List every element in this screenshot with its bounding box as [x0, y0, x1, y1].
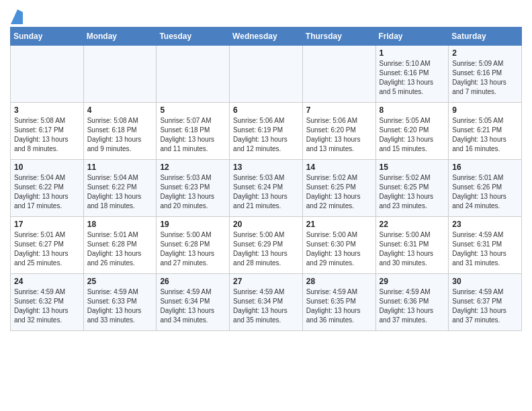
calendar-cell: 28Sunrise: 4:59 AM Sunset: 6:35 PM Dayli… — [302, 274, 375, 331]
calendar-cell: 3Sunrise: 5:08 AM Sunset: 6:17 PM Daylig… — [11, 103, 84, 160]
day-number: 23 — [452, 220, 518, 229]
svg-marker-0 — [11, 9, 23, 24]
calendar-cell: 30Sunrise: 4:59 AM Sunset: 6:37 PM Dayli… — [449, 274, 522, 331]
calendar-cell: 13Sunrise: 5:03 AM Sunset: 6:24 PM Dayli… — [230, 160, 303, 217]
day-info: Sunrise: 5:00 AM Sunset: 6:30 PM Dayligh… — [306, 230, 372, 268]
logo — [10, 7, 24, 21]
day-info: Sunrise: 5:01 AM Sunset: 6:26 PM Dayligh… — [452, 173, 518, 211]
day-number: 26 — [160, 277, 226, 286]
day-number: 21 — [306, 220, 372, 229]
day-number: 10 — [14, 163, 80, 172]
calendar-cell: 19Sunrise: 5:00 AM Sunset: 6:28 PM Dayli… — [157, 217, 230, 274]
day-info: Sunrise: 5:02 AM Sunset: 6:25 PM Dayligh… — [306, 173, 372, 211]
day-info: Sunrise: 5:03 AM Sunset: 6:23 PM Dayligh… — [160, 173, 226, 211]
day-number: 27 — [233, 277, 299, 286]
calendar-cell: 6Sunrise: 5:06 AM Sunset: 6:19 PM Daylig… — [230, 103, 303, 160]
calendar-cell: 9Sunrise: 5:05 AM Sunset: 6:21 PM Daylig… — [449, 103, 522, 160]
day-info: Sunrise: 5:08 AM Sunset: 6:17 PM Dayligh… — [14, 116, 80, 154]
calendar-cell — [157, 46, 230, 103]
day-number: 5 — [160, 105, 226, 115]
day-number: 3 — [14, 105, 80, 115]
calendar-cell: 1Sunrise: 5:10 AM Sunset: 6:16 PM Daylig… — [375, 46, 449, 103]
calendar-cell: 10Sunrise: 5:04 AM Sunset: 6:22 PM Dayli… — [11, 160, 84, 217]
day-info: Sunrise: 4:59 AM Sunset: 6:33 PM Dayligh… — [87, 287, 153, 325]
calendar-header-row: SundayMondayTuesdayWednesdayThursdayFrid… — [11, 28, 522, 46]
calendar-cell: 4Sunrise: 5:08 AM Sunset: 6:18 PM Daylig… — [83, 103, 157, 160]
day-number: 6 — [233, 105, 299, 115]
day-number: 8 — [380, 105, 445, 115]
calendar-cell: 20Sunrise: 5:00 AM Sunset: 6:29 PM Dayli… — [230, 217, 303, 274]
calendar-cell: 14Sunrise: 5:02 AM Sunset: 6:25 PM Dayli… — [302, 160, 375, 217]
day-number: 17 — [14, 220, 80, 229]
day-number: 18 — [87, 220, 153, 229]
day-number: 30 — [452, 277, 518, 286]
day-number: 13 — [233, 163, 299, 172]
day-number: 4 — [87, 105, 153, 115]
calendar-cell — [11, 46, 84, 103]
day-info: Sunrise: 5:10 AM Sunset: 6:16 PM Dayligh… — [380, 59, 445, 97]
calendar-week-3: 10Sunrise: 5:04 AM Sunset: 6:22 PM Dayli… — [11, 160, 522, 217]
day-number: 24 — [14, 277, 80, 286]
day-number: 19 — [160, 220, 226, 229]
calendar-header-monday: Monday — [83, 28, 157, 46]
calendar-cell: 12Sunrise: 5:03 AM Sunset: 6:23 PM Dayli… — [157, 160, 230, 217]
day-number: 11 — [87, 163, 153, 172]
calendar-cell: 26Sunrise: 4:59 AM Sunset: 6:34 PM Dayli… — [157, 274, 230, 331]
calendar-cell: 29Sunrise: 4:59 AM Sunset: 6:36 PM Dayli… — [375, 274, 449, 331]
day-info: Sunrise: 5:00 AM Sunset: 6:28 PM Dayligh… — [160, 230, 226, 268]
calendar-header-saturday: Saturday — [449, 28, 522, 46]
calendar-week-5: 24Sunrise: 4:59 AM Sunset: 6:32 PM Dayli… — [11, 274, 522, 331]
day-number: 25 — [87, 277, 153, 286]
day-number: 2 — [452, 48, 518, 58]
calendar-cell: 16Sunrise: 5:01 AM Sunset: 6:26 PM Dayli… — [449, 160, 522, 217]
page-header — [10, 7, 522, 21]
day-info: Sunrise: 4:59 AM Sunset: 6:34 PM Dayligh… — [160, 287, 226, 325]
calendar-week-2: 3Sunrise: 5:08 AM Sunset: 6:17 PM Daylig… — [11, 103, 522, 160]
calendar-cell: 5Sunrise: 5:07 AM Sunset: 6:18 PM Daylig… — [157, 103, 230, 160]
calendar-cell: 15Sunrise: 5:02 AM Sunset: 6:25 PM Dayli… — [375, 160, 449, 217]
day-number: 9 — [452, 105, 518, 115]
calendar-header-tuesday: Tuesday — [157, 28, 230, 46]
calendar-week-1: 1Sunrise: 5:10 AM Sunset: 6:16 PM Daylig… — [11, 46, 522, 103]
day-number: 14 — [306, 163, 372, 172]
calendar-table: SundayMondayTuesdayWednesdayThursdayFrid… — [10, 27, 522, 331]
day-number: 16 — [452, 163, 518, 172]
day-number: 20 — [233, 220, 299, 229]
day-number: 12 — [160, 163, 226, 172]
day-info: Sunrise: 5:08 AM Sunset: 6:18 PM Dayligh… — [87, 116, 153, 154]
calendar-cell: 21Sunrise: 5:00 AM Sunset: 6:30 PM Dayli… — [302, 217, 375, 274]
calendar-header-sunday: Sunday — [11, 28, 84, 46]
day-info: Sunrise: 5:05 AM Sunset: 6:21 PM Dayligh… — [452, 116, 518, 154]
day-info: Sunrise: 5:06 AM Sunset: 6:20 PM Dayligh… — [306, 116, 372, 154]
calendar-cell — [302, 46, 375, 103]
calendar-cell: 25Sunrise: 4:59 AM Sunset: 6:33 PM Dayli… — [83, 274, 157, 331]
day-info: Sunrise: 5:00 AM Sunset: 6:29 PM Dayligh… — [233, 230, 299, 268]
calendar-cell: 17Sunrise: 5:01 AM Sunset: 6:27 PM Dayli… — [11, 217, 84, 274]
day-info: Sunrise: 5:06 AM Sunset: 6:19 PM Dayligh… — [233, 116, 299, 154]
day-info: Sunrise: 4:59 AM Sunset: 6:31 PM Dayligh… — [452, 230, 518, 268]
calendar-cell — [230, 46, 303, 103]
calendar-cell: 2Sunrise: 5:09 AM Sunset: 6:16 PM Daylig… — [449, 46, 522, 103]
day-info: Sunrise: 5:03 AM Sunset: 6:24 PM Dayligh… — [233, 173, 299, 211]
calendar-header-friday: Friday — [375, 28, 449, 46]
calendar-cell: 27Sunrise: 4:59 AM Sunset: 6:34 PM Dayli… — [230, 274, 303, 331]
calendar-week-4: 17Sunrise: 5:01 AM Sunset: 6:27 PM Dayli… — [11, 217, 522, 274]
calendar-header-wednesday: Wednesday — [230, 28, 303, 46]
day-info: Sunrise: 4:59 AM Sunset: 6:32 PM Dayligh… — [14, 287, 80, 325]
calendar-cell: 22Sunrise: 5:00 AM Sunset: 6:31 PM Dayli… — [375, 217, 449, 274]
calendar-cell: 18Sunrise: 5:01 AM Sunset: 6:28 PM Dayli… — [83, 217, 157, 274]
day-info: Sunrise: 5:07 AM Sunset: 6:18 PM Dayligh… — [160, 116, 226, 154]
calendar-header-thursday: Thursday — [302, 28, 375, 46]
day-info: Sunrise: 5:02 AM Sunset: 6:25 PM Dayligh… — [380, 173, 445, 211]
day-info: Sunrise: 4:59 AM Sunset: 6:35 PM Dayligh… — [306, 287, 372, 325]
day-info: Sunrise: 4:59 AM Sunset: 6:37 PM Dayligh… — [452, 287, 518, 325]
day-info: Sunrise: 5:01 AM Sunset: 6:28 PM Dayligh… — [87, 230, 153, 268]
calendar-cell — [83, 46, 157, 103]
day-info: Sunrise: 5:00 AM Sunset: 6:31 PM Dayligh… — [380, 230, 445, 268]
day-number: 7 — [306, 105, 372, 115]
calendar-cell: 11Sunrise: 5:04 AM Sunset: 6:22 PM Dayli… — [83, 160, 157, 217]
day-info: Sunrise: 4:59 AM Sunset: 6:34 PM Dayligh… — [233, 287, 299, 325]
calendar-cell: 8Sunrise: 5:05 AM Sunset: 6:20 PM Daylig… — [375, 103, 449, 160]
logo-icon — [11, 9, 23, 24]
day-info: Sunrise: 5:01 AM Sunset: 6:27 PM Dayligh… — [14, 230, 80, 268]
